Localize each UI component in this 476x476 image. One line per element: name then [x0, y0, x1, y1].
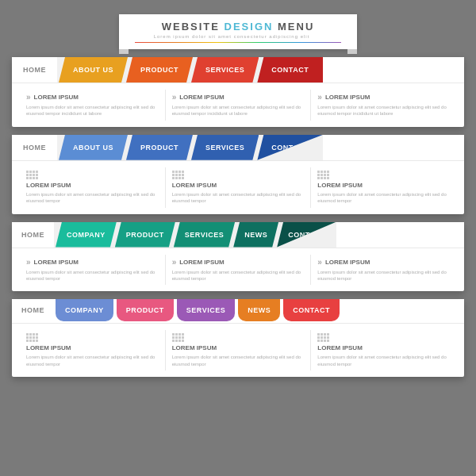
dots-icon-4: [26, 333, 159, 342]
content-text-3-1: Lorem ipsum dolor sit amet consectetur a…: [26, 269, 159, 282]
nav-contact-1[interactable]: CONTACT: [257, 57, 323, 83]
chevron-icon-4: »: [26, 258, 31, 267]
content-title-2-2: LOREM IPSUM: [172, 182, 305, 189]
nav-row-4: HOME COMPANY PRODUCT SERVICES NEWS CONTA…: [12, 299, 464, 323]
content-col-3-2: » LOREM IPSUM Lorem ipsum dolor sit amet…: [166, 255, 312, 286]
content-col-4-2: LOREM IPSUM Lorem ipsum dolor sit amet c…: [166, 330, 312, 370]
nav-aboutus-1[interactable]: ABOUT US: [59, 57, 128, 83]
content-text-1-1: Lorem ipsum dolor sit amet consectetur a…: [26, 104, 159, 117]
chevron-icon-6: »: [317, 258, 322, 267]
nav-contact-2[interactable]: CONTACT: [257, 135, 323, 160]
content-col-1-3: » LOREM IPSUM Lorem ipsum dolor sit amet…: [311, 90, 456, 121]
menu-bar-3: HOME COMPANY PRODUCT SERVICES NEWS CONTA…: [12, 222, 464, 292]
nav-home-2[interactable]: HOME: [12, 135, 57, 160]
nav-services-3[interactable]: SERVICES: [174, 222, 235, 248]
content-title-2-1: LOREM IPSUM: [26, 182, 159, 189]
content-col-2-3: LOREM IPSUM Lorem ipsum dolor sit amet c…: [311, 167, 456, 208]
content-col-2-2: LOREM IPSUM Lorem ipsum dolor sit amet c…: [166, 167, 312, 208]
menu-bar-1: HOME ABOUT US PRODUCT SERVICES CONTACT »…: [12, 57, 464, 127]
title-line: [135, 42, 341, 43]
dots-icon-1: [26, 171, 159, 179]
nav-news-4[interactable]: NEWS: [238, 299, 280, 321]
content-title-1-1: » LOREM IPSUM: [26, 93, 159, 102]
subtitle: Lorem ipsum dolor sit amet consectetur a…: [135, 34, 341, 39]
nav-product-3[interactable]: PRODUCT: [115, 222, 175, 248]
content-text-3-3: Lorem ipsum dolor sit amet consectetur a…: [317, 269, 450, 282]
nav-services-2[interactable]: SERVICES: [191, 135, 259, 160]
nav-row-3: HOME COMPANY PRODUCT SERVICES NEWS CONTA…: [12, 222, 464, 248]
content-col-1-2: » LOREM IPSUM Lorem ipsum dolor sit amet…: [166, 90, 312, 121]
content-title-1-2: » LOREM IPSUM: [172, 93, 305, 102]
content-col-1-1: » LOREM IPSUM Lorem ipsum dolor sit amet…: [20, 90, 166, 121]
content-title-1-3: » LOREM IPSUM: [317, 93, 450, 102]
nav-company-4[interactable]: COMPANY: [56, 299, 113, 321]
menus-container: HOME ABOUT US PRODUCT SERVICES CONTACT »…: [12, 57, 464, 385]
nav-contact-3[interactable]: CONTACT: [277, 222, 336, 248]
nav-services-1[interactable]: SERVICES: [191, 57, 259, 83]
content-text-4-2: Lorem ipsum dolor sit amet consectetur a…: [172, 354, 305, 367]
nav-product-1[interactable]: PRODUCT: [126, 57, 193, 83]
chevron-icon-5: »: [172, 258, 177, 267]
content-title-2-3: LOREM IPSUM: [317, 182, 450, 189]
content-col-3-1: » LOREM IPSUM Lorem ipsum dolor sit amet…: [20, 255, 166, 286]
chevron-icon-2: »: [172, 93, 177, 102]
content-text-1-3: Lorem ipsum dolor sit amet consectetur a…: [317, 104, 450, 117]
nav-company-3[interactable]: COMPANY: [56, 222, 117, 248]
content-title-4-3: LOREM IPSUM: [317, 344, 450, 351]
content-text-1-2: Lorem ipsum dolor sit amet consectetur a…: [172, 104, 305, 117]
nav-services-4[interactable]: SERVICES: [177, 299, 235, 321]
content-text-2-2: Lorem ipsum dolor sit amet consectetur a…: [172, 191, 305, 205]
nav-product-2[interactable]: PRODUCT: [126, 135, 193, 160]
content-text-2-3: Lorem ipsum dolor sit amet consectetur a…: [317, 191, 450, 205]
menu-bar-4: HOME COMPANY PRODUCT SERVICES NEWS CONTA…: [12, 299, 464, 377]
nav-contact-4[interactable]: CONTACT: [283, 299, 340, 321]
nav-row-2: HOME ABOUT US PRODUCT SERVICES CONTACT: [12, 135, 464, 160]
dots-icon-2: [172, 171, 305, 179]
content-title-3-3: » LOREM IPSUM: [317, 258, 450, 267]
content-title-4-2: LOREM IPSUM: [172, 344, 305, 351]
nav-home-1[interactable]: HOME: [12, 57, 57, 83]
content-row-4: LOREM IPSUM Lorem ipsum dolor sit amet c…: [12, 323, 464, 377]
content-row-1: » LOREM IPSUM Lorem ipsum dolor sit amet…: [12, 83, 464, 127]
nav-home-4[interactable]: HOME: [12, 299, 54, 321]
chevron-icon: »: [26, 93, 31, 102]
content-text-2-1: Lorem ipsum dolor sit amet consectetur a…: [26, 191, 159, 205]
content-text-4-1: Lorem ipsum dolor sit amet consectetur a…: [26, 354, 159, 367]
content-col-2-1: LOREM IPSUM Lorem ipsum dolor sit amet c…: [20, 167, 166, 208]
nav-product-4[interactable]: PRODUCT: [117, 299, 174, 321]
content-text-4-3: Lorem ipsum dolor sit amet consectetur a…: [317, 354, 450, 367]
nav-row-1: HOME ABOUT US PRODUCT SERVICES CONTACT: [12, 57, 464, 83]
title-banner: WEBSITE DESIGN MENU Lorem ipsum dolor si…: [119, 14, 357, 49]
nav-news-3[interactable]: NEWS: [233, 222, 278, 248]
chevron-icon-3: »: [317, 93, 322, 102]
content-col-3-3: » LOREM IPSUM Lorem ipsum dolor sit amet…: [311, 255, 456, 286]
main-title: WEBSITE DESIGN MENU: [135, 21, 341, 33]
content-title-4-1: LOREM IPSUM: [26, 344, 159, 351]
dots-icon-5: [172, 333, 305, 342]
nav-home-3[interactable]: HOME: [12, 222, 54, 248]
content-col-4-1: LOREM IPSUM Lorem ipsum dolor sit amet c…: [20, 330, 166, 370]
content-title-3-2: » LOREM IPSUM: [172, 258, 305, 267]
dots-icon-6: [317, 333, 450, 342]
nav-aboutus-2[interactable]: ABOUT US: [59, 135, 128, 160]
content-row-3: » LOREM IPSUM Lorem ipsum dolor sit amet…: [12, 248, 464, 292]
content-title-3-1: » LOREM IPSUM: [26, 258, 159, 267]
content-row-2: LOREM IPSUM Lorem ipsum dolor sit amet c…: [12, 160, 464, 214]
content-col-4-3: LOREM IPSUM Lorem ipsum dolor sit amet c…: [311, 330, 456, 370]
menu-bar-2: HOME ABOUT US PRODUCT SERVICES CONTACT L…: [12, 135, 464, 214]
content-text-3-2: Lorem ipsum dolor sit amet consectetur a…: [172, 269, 305, 282]
dots-icon-3: [317, 171, 450, 179]
